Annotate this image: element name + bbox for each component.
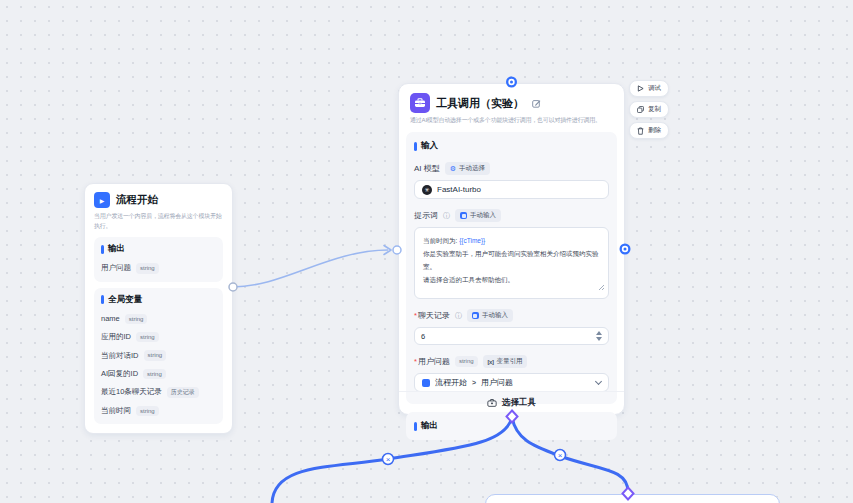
flow-start-output-section: 输出 用户问题 string	[94, 237, 223, 281]
copy-label: 复制	[648, 105, 661, 114]
global-label: AI回复的ID	[101, 369, 138, 379]
ai-model-value: FastAI-turbo	[437, 185, 481, 194]
tool-call-header: 工具调用（实验）	[399, 84, 624, 113]
section-bar	[414, 142, 417, 151]
info-icon[interactable]: ⓘ	[443, 212, 450, 219]
play-icon	[637, 85, 644, 92]
global-row: 当前时间 string	[101, 406, 216, 416]
type-tag: string	[144, 350, 167, 360]
flow-start-globals-section: 全局变量 name string 应用的ID string 当前对话ID str…	[94, 288, 223, 424]
edge-start-to-tool	[233, 250, 388, 287]
port-start-output[interactable]	[229, 283, 237, 291]
tool-call-description: 通过AI模型自动选择一个或多个功能块进行调用，也可以对插件进行调用。	[399, 113, 624, 125]
type-tag: string	[136, 406, 159, 416]
node-flow-start[interactable]: ▶ 流程开始 当用户发送一个内容后，流程将会从这个模块开始执行。 输出 用户问题…	[84, 183, 233, 434]
output-section-title: 输出	[108, 243, 125, 255]
global-row: 当前对话ID string	[101, 350, 216, 360]
delete-button[interactable]: 删除	[629, 122, 669, 139]
ai-model-select[interactable]: ✳ FastAI-turbo	[414, 180, 609, 199]
model-logo-icon: ✳	[422, 185, 432, 195]
input-source-icon	[460, 212, 467, 219]
badge-label: 手动选择	[459, 164, 485, 173]
edge-arrowhead-icon	[384, 246, 391, 255]
edge-delete-badge[interactable]: ×	[383, 454, 394, 465]
number-stepper[interactable]	[596, 331, 602, 341]
badge-label: 手动输入	[482, 311, 508, 320]
copy-icon	[637, 106, 644, 113]
chat-history-value: 6	[421, 332, 425, 341]
global-label: 当前对话ID	[101, 351, 139, 361]
manual-input-badge: 手动输入	[455, 209, 501, 222]
global-row: name string	[101, 314, 216, 324]
globals-section-title: 全局变量	[108, 294, 142, 306]
edge-delete-badge[interactable]: ×	[555, 450, 566, 461]
port-tool-right[interactable]	[620, 244, 631, 255]
global-label: name	[101, 314, 120, 323]
type-tag: string	[136, 332, 159, 342]
prompt-label: 提示词	[414, 210, 438, 221]
ref-source: 流程开始	[435, 377, 467, 388]
toolbox-icon	[410, 93, 430, 113]
global-label: 当前时间	[101, 406, 131, 416]
output-row: 用户问题 string	[101, 263, 216, 273]
input-source-icon	[472, 312, 479, 319]
user-question-ref-select[interactable]: 流程开始 > 用户问题	[414, 373, 609, 392]
chat-history-row: 聊天记录 ⓘ 手动输入	[414, 309, 609, 322]
debug-button[interactable]: 调试	[629, 80, 669, 97]
badge-label: 手动输入	[470, 211, 496, 220]
delete-label: 删除	[648, 126, 661, 135]
prompt-text: 当前时间为:	[423, 237, 459, 244]
section-bar	[414, 422, 417, 431]
output-section-title: 输出	[421, 420, 438, 432]
user-question-row: 用户问题 string [x] 变量引用	[414, 355, 609, 368]
prompt-textarea[interactable]: 当前时间为: {{cTime}} 你是实验室助手，用户可能会询问实验室相关介绍或…	[414, 227, 609, 299]
type-tag: string	[143, 369, 166, 379]
edit-title-icon[interactable]	[532, 99, 541, 108]
step-down-icon[interactable]	[596, 337, 602, 341]
resize-handle-icon[interactable]	[598, 282, 605, 295]
manual-select-badge: ⚙ 手动选择	[445, 162, 490, 175]
section-bar	[101, 295, 104, 304]
trash-icon	[637, 127, 644, 135]
global-row: AI回复的ID string	[101, 369, 216, 379]
ai-model-label: AI 模型	[414, 163, 440, 174]
chevron-down-icon	[595, 377, 602, 384]
flow-start-ref-icon	[422, 379, 430, 387]
type-tag: string	[455, 356, 478, 366]
global-label: 应用的ID	[101, 332, 131, 342]
section-bar	[101, 245, 104, 254]
global-row: 最近10条聊天记录 历史记录	[101, 387, 216, 397]
briefcase-icon	[487, 398, 497, 408]
chevron-right-icon: >	[472, 379, 476, 386]
chat-history-number-input[interactable]: 6	[414, 327, 609, 345]
prompt-row: 提示词 ⓘ 手动输入	[414, 209, 609, 222]
prompt-text: 你是实验室助手，用户可能会询问实验室相关介绍或预约实验室。	[423, 247, 600, 273]
manual-input-badge: 手动输入	[467, 309, 513, 322]
debug-label: 调试	[648, 84, 661, 93]
gear-icon: ⚙	[450, 165, 456, 172]
variable-ref-icon: [x]	[488, 359, 494, 365]
flow-start-title: 流程开始	[116, 193, 158, 207]
type-tag: string	[136, 263, 159, 273]
flow-start-icon: ▶	[94, 192, 110, 208]
prompt-text: 请选择合适的工具去帮助他们。	[423, 273, 600, 286]
tool-input-section: 输入 AI 模型 ⚙ 手动选择 ✳ FastAI-turbo 提示词 ⓘ	[406, 132, 617, 404]
step-up-icon[interactable]	[596, 331, 602, 335]
input-section-title: 输入	[421, 140, 438, 152]
badge-label: 变量引用	[496, 357, 522, 366]
flow-start-description: 当用户发送一个内容后，流程将会从这个模块开始执行。	[94, 212, 223, 231]
ref-field: 用户问题	[481, 377, 513, 388]
tool-call-title: 工具调用（实验）	[436, 96, 524, 111]
copy-button[interactable]: 复制	[629, 101, 669, 118]
close-icon: ×	[558, 451, 563, 460]
port-tool-top[interactable]	[506, 77, 517, 88]
port-tool-input-left[interactable]	[393, 246, 401, 254]
info-icon[interactable]: ⓘ	[455, 312, 462, 319]
type-tag: string	[125, 314, 148, 324]
ai-model-row: AI 模型 ⚙ 手动选择	[414, 162, 609, 175]
global-label: 最近10条聊天记录	[101, 387, 162, 397]
node-tool-call[interactable]: 工具调用（实验） 通过AI模型自动选择一个或多个功能块进行调用，也可以对插件进行…	[398, 83, 625, 415]
variable-ref-badge: [x] 变量引用	[483, 355, 528, 368]
user-question-label: 用户问题	[414, 356, 450, 367]
flow-canvas[interactable]: ▶ 流程开始 当用户发送一个内容后，流程将会从这个模块开始执行。 输出 用户问题…	[0, 0, 853, 503]
